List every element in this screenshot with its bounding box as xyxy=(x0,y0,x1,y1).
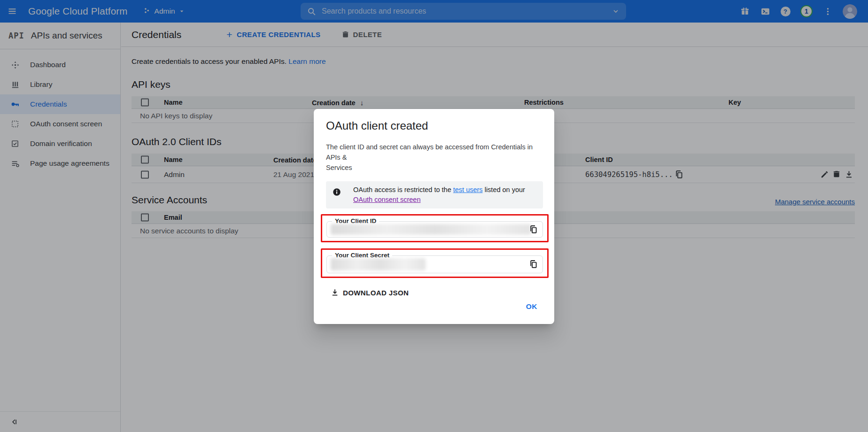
oauth-consent-screen-link[interactable]: OAuth consent screen xyxy=(353,196,420,203)
client-secret-redacted-value xyxy=(331,258,426,270)
download-json-button[interactable]: DOWNLOAD JSON xyxy=(331,288,409,297)
dialog-body-text: The client ID and secret can always be a… xyxy=(326,142,543,173)
download-icon xyxy=(331,288,339,297)
info-banner: OAuth access is restricted to the test u… xyxy=(326,181,543,208)
client-secret-field[interactable]: Your Client Secret xyxy=(326,255,543,273)
client-id-redacted-value xyxy=(331,224,531,235)
dialog-footer: OK xyxy=(326,299,543,324)
client-secret-annotation-box: Your Client Secret xyxy=(321,248,549,278)
info-text: OAuth access is restricted to the test u… xyxy=(353,185,527,205)
info-icon xyxy=(333,188,341,198)
client-id-field-label: Your Client ID xyxy=(332,217,379,224)
client-secret-field-label: Your Client Secret xyxy=(332,252,392,259)
oauth-client-created-dialog: OAuth client created The client ID and s… xyxy=(314,109,554,324)
ok-button[interactable]: OK xyxy=(521,299,542,315)
test-users-link[interactable]: test users xyxy=(453,186,483,193)
client-id-annotation-box: Your Client ID xyxy=(321,214,549,242)
gcp-console-screen: Google Cloud Platform Admin ? 1 xyxy=(0,0,868,432)
copy-client-secret-button[interactable] xyxy=(529,260,538,269)
client-id-field[interactable]: Your Client ID xyxy=(326,221,543,238)
dialog-title: OAuth client created xyxy=(326,119,543,132)
copy-client-id-button[interactable] xyxy=(529,225,538,234)
